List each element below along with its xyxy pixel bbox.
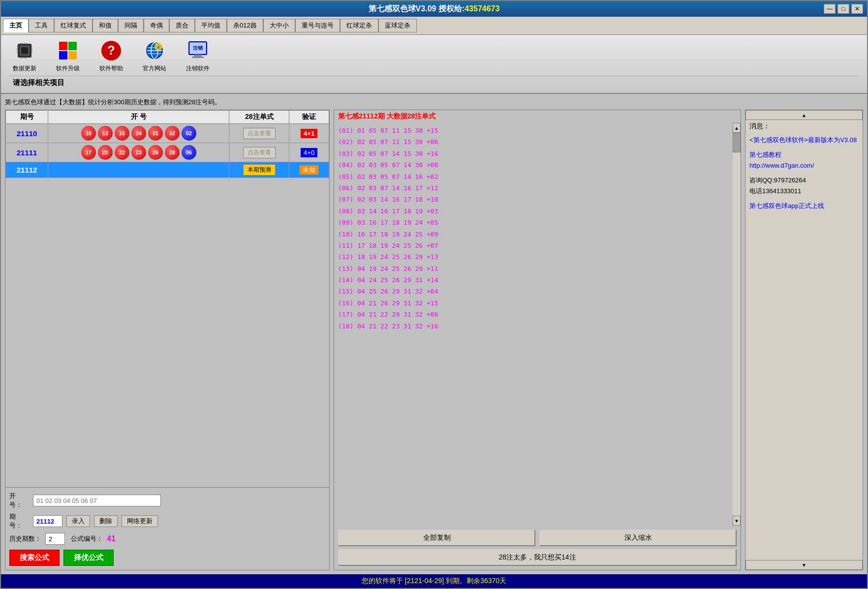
buy14-button[interactable]: 28注太多，我只想买14注 [338, 549, 737, 566]
tab-average[interactable]: 平均值 [195, 19, 227, 32]
network-update-button[interactable]: 网络更新 [122, 515, 158, 527]
view-button-21111[interactable]: 点击查看 [243, 147, 276, 158]
prediction-line: (11) 17 18 19 24 25 26 +07 [338, 240, 729, 251]
tab-prime[interactable]: 质合 [169, 19, 195, 32]
delete-button[interactable]: 删除 [94, 515, 118, 527]
svg-rect-22 [68, 51, 77, 59]
open-number-label: 开 号： [9, 492, 29, 509]
messages-header: 消息： [745, 120, 863, 133]
col-prediction: 28注单式 [229, 111, 289, 124]
windows-icon [56, 39, 80, 62]
tab-sum[interactable]: 和值 [93, 19, 118, 32]
toolbar-software-help[interactable]: ? 软件帮助 [95, 39, 127, 73]
badge-21110: 4+1 [301, 129, 317, 138]
prediction-line: (15) 04 25 26 29 31 32 +04 [338, 286, 729, 297]
table-row-current: 21112 本期预测 未知 [6, 162, 329, 178]
message-item[interactable]: <第七感双色球软件>最新版本为V3.08 [749, 135, 859, 146]
predict-button-21112[interactable]: 本期预测 [243, 164, 276, 176]
toolbar-website[interactable]: e 官方网站 [139, 39, 170, 73]
tab-redball-multi[interactable]: 红球复式 [54, 19, 93, 32]
software-upgrade-label: 软件升级 [56, 64, 80, 73]
toolbar-hint: 请选择相关项目 [13, 78, 859, 88]
messages-header-text: 消息： [749, 122, 770, 130]
restore-button[interactable]: □ [837, 4, 849, 14]
status-bar: 您的软件将于 [2121-04-29] 到期。剩余36370天 [1, 574, 867, 588]
message-item: 咨询QQ:979726264 电话13641333011 [749, 175, 859, 197]
formula-value: 41 [107, 534, 116, 543]
description: 第七感双色球通过【大数据】统计分析300期历史数据，得到预测28注号码。 [5, 98, 863, 107]
menu-bar: 主页 工具 红球复式 和值 间隔 奇偶 质合 平均值 杀012路 大中小 重号与… [1, 17, 867, 35]
view-button-21110[interactable]: 点击查看 [243, 128, 276, 139]
tab-red-kill[interactable]: 红球定杀 [340, 19, 378, 32]
middle-header: 第七感21112期 大数据28注单式 [334, 110, 741, 123]
svg-rect-19 [59, 42, 67, 50]
tab-home[interactable]: 主页 [3, 19, 29, 32]
toolbar-software-upgrade[interactable]: 软件升级 [52, 39, 84, 73]
ball-red: 15 [115, 126, 129, 141]
tab-blue-kill[interactable]: 蓝球定杀 [378, 19, 417, 32]
svg-rect-2 [21, 47, 28, 54]
scroll-up-button[interactable]: ▲ [733, 123, 741, 133]
tab-interval[interactable]: 间隔 [118, 19, 144, 32]
tab-size[interactable]: 大中小 [263, 19, 295, 32]
scroll-down-button[interactable]: ▼ [733, 516, 741, 526]
prediction-line: (14) 04 24 25 26 29 31 +14 [338, 274, 729, 286]
toolbar-data-update[interactable]: 数据更新 [9, 39, 40, 73]
table-row: 21110 10 13 15 24 31 32 [6, 124, 329, 143]
svg-rect-21 [59, 51, 67, 59]
right-scroll-up[interactable]: ▲ [745, 110, 863, 120]
middle-buttons: 全部复制 深入缩水 28注太多，我只想买14注 [334, 526, 741, 570]
main-window: 第七感双色球V3.09 授权给:43574673 — □ ✕ 主页 工具 红球复… [0, 0, 868, 589]
prediction-line: (02) 02 05 07 11 15 30 +06 [338, 136, 729, 147]
prediction-line: (03) 02 05 07 14 15 30 +16 [338, 148, 729, 159]
search-formula-button[interactable]: 搜索公式 [9, 550, 60, 566]
svg-rect-35 [192, 57, 204, 58]
copy-shrink-row: 全部复制 深入缩水 [338, 530, 737, 546]
period-input[interactable] [33, 515, 62, 527]
message-item[interactable]: 第七感教程 http://www.d7gan.com/ [749, 149, 859, 171]
period-row: 期 号： 录入 删除 网络更新 [9, 512, 325, 530]
prediction-content: (01) 01 05 07 11 15 30 +15(02) 02 05 07 … [334, 123, 733, 526]
minimize-button[interactable]: — [824, 4, 836, 14]
message-item[interactable]: 第七感双色球app正式上线 [749, 201, 859, 211]
tab-repeat[interactable]: 重号与连号 [295, 19, 340, 32]
main-content: 第七感双色球通过【大数据】统计分析300期历史数据，得到预测28注号码。 期号 … [1, 94, 867, 574]
help-icon: ? [99, 39, 123, 62]
right-scroll-down[interactable]: ▼ [745, 560, 863, 570]
open-number-input[interactable] [33, 495, 161, 506]
copy-all-button[interactable]: 全部复制 [338, 530, 535, 546]
table-row: 21111 17 20 22 23 26 28 [6, 143, 329, 162]
uninstall-label: 注销软件 [186, 64, 210, 73]
enter-button[interactable]: 录入 [66, 515, 90, 527]
tab-oddeven[interactable]: 奇偶 [144, 19, 169, 32]
ball-red: 23 [131, 145, 146, 160]
col-period: 期号 [6, 111, 48, 124]
ie-icon: e [143, 39, 166, 62]
ball-red: 13 [98, 126, 113, 141]
svg-text:e: e [157, 45, 159, 50]
ball-red: 26 [148, 145, 163, 160]
middle-scrollbar[interactable]: ▲ ▼ [733, 123, 741, 526]
title-text: 第七感双色球V3.09 授权给:43574673 [44, 4, 824, 14]
scroll-thumb[interactable] [733, 133, 741, 152]
period-21112: 21112 [17, 166, 37, 174]
ball-red: 32 [165, 126, 180, 141]
close-button[interactable]: ✕ [851, 4, 863, 14]
prediction-title: 第七感21112期 大数据28注单式 [338, 112, 435, 121]
open-number-row: 开 号： [9, 492, 325, 509]
svg-text:?: ? [107, 43, 115, 58]
period-label: 期 号： [9, 512, 29, 530]
best-formula-button[interactable]: 择优公式 [63, 550, 114, 566]
shrink-button[interactable]: 深入缩水 [539, 530, 737, 546]
tab-tools[interactable]: 工具 [29, 19, 54, 32]
messages-content: <第七感双色球软件>最新版本为V3.08第七感教程 http://www.d7g… [745, 133, 863, 560]
col-numbers: 开 号 [48, 111, 229, 124]
toolbar-uninstall[interactable]: 注销 注销软件 [182, 39, 214, 73]
prediction-line: (10) 16 17 18 19 24 25 +09 [338, 229, 729, 240]
monitor-icon: 注销 [186, 39, 210, 62]
tab-kill012[interactable]: 杀012路 [227, 19, 263, 32]
badge-21112: 未知 [300, 165, 318, 175]
history-row: 历史期数： [9, 533, 65, 545]
table-container: 期号 开 号 28注单式 验证 21110 [5, 110, 329, 487]
history-input[interactable] [45, 533, 65, 545]
